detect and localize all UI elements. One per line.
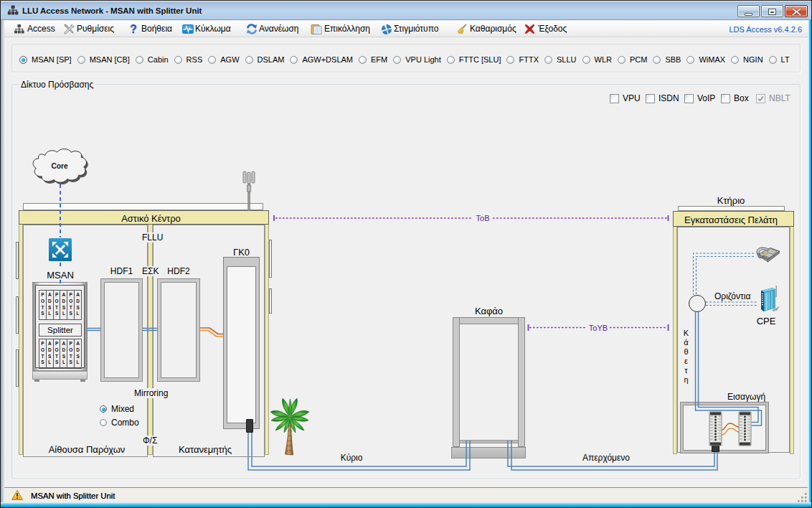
svg-text:ToYB: ToYB: [589, 324, 608, 332]
svg-text:ToB: ToB: [476, 214, 490, 222]
